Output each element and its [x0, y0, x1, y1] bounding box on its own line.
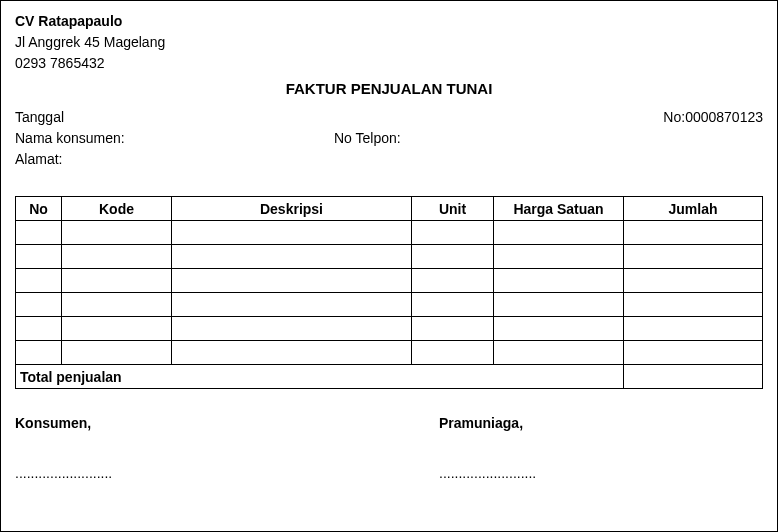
table-row — [16, 245, 763, 269]
company-phone: 0293 7865432 — [15, 53, 763, 74]
pramuniaga-label: Pramuniaga, — [439, 415, 763, 431]
company-address: Jl Anggrek 45 Magelang — [15, 32, 763, 53]
company-info: CV Ratapapaulo Jl Anggrek 45 Magelang 02… — [15, 11, 763, 74]
meta-row-1: Tanggal No:0000870123 — [15, 107, 763, 128]
company-name: CV Ratapapaulo — [15, 11, 763, 32]
header-kode: Kode — [62, 197, 172, 221]
header-unit: Unit — [412, 197, 494, 221]
table-row — [16, 341, 763, 365]
header-no: No — [16, 197, 62, 221]
table-header-row: No Kode Deskripsi Unit Harga Satuan Juml… — [16, 197, 763, 221]
signatures: Konsumen, ......................... Pram… — [15, 415, 763, 481]
invoice-number: No:0000870123 — [663, 107, 763, 128]
no-label: No: — [663, 109, 685, 125]
invoice-page: CV Ratapapaulo Jl Anggrek 45 Magelang 02… — [0, 0, 778, 532]
table-row — [16, 269, 763, 293]
konsumen-sign-line: ......................... — [15, 465, 389, 481]
signature-konsumen: Konsumen, ......................... — [15, 415, 389, 481]
nama-konsumen-label: Nama konsumen: — [15, 128, 334, 149]
no-telpon-label: No Telpon: — [334, 128, 653, 149]
table-row — [16, 221, 763, 245]
no-value: 0000870123 — [685, 109, 763, 125]
signature-pramuniaga: Pramuniaga, ......................... — [389, 415, 763, 481]
pramuniaga-sign-line: ......................... — [439, 465, 763, 481]
total-value — [624, 365, 763, 389]
total-row: Total penjualan — [16, 365, 763, 389]
table-row — [16, 293, 763, 317]
header-jumlah: Jumlah — [624, 197, 763, 221]
header-deskripsi: Deskripsi — [172, 197, 412, 221]
tanggal-label: Tanggal — [15, 107, 663, 128]
total-label: Total penjualan — [16, 365, 624, 389]
konsumen-label: Konsumen, — [15, 415, 389, 431]
meta-row-3: Alamat: — [15, 149, 763, 170]
invoice-table: No Kode Deskripsi Unit Harga Satuan Juml… — [15, 196, 763, 389]
table-row — [16, 317, 763, 341]
alamat-label: Alamat: — [15, 149, 763, 170]
meta-row-2: Nama konsumen: No Telpon: — [15, 128, 763, 149]
document-title: FAKTUR PENJUALAN TUNAI — [15, 80, 763, 97]
header-harga-satuan: Harga Satuan — [494, 197, 624, 221]
